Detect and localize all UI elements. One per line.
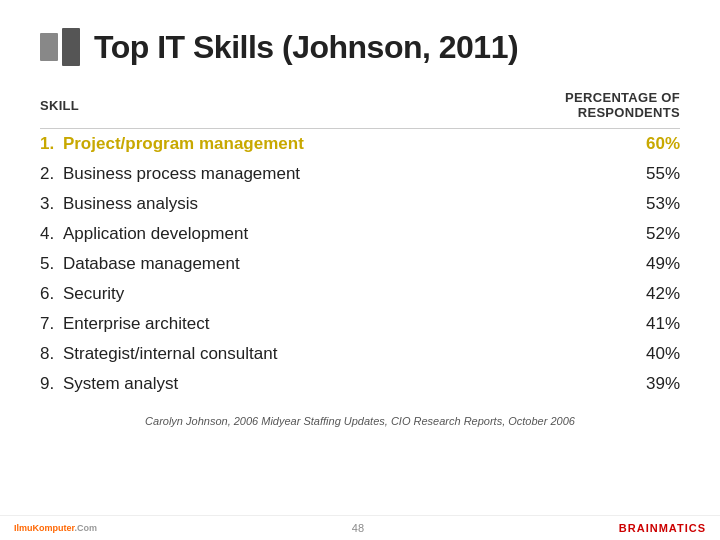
table-row: 8. Strategist/internal consultant40% bbox=[40, 339, 680, 369]
skill-number: 6. bbox=[40, 284, 59, 303]
table-header-row: SKILL PERCENTAGE OF RESPONDENTS bbox=[40, 90, 680, 129]
skill-name-cell: 7. Enterprise architect bbox=[40, 309, 488, 339]
header-skill: SKILL bbox=[40, 90, 488, 129]
skill-percentage: 41% bbox=[488, 309, 680, 339]
skill-percentage: 42% bbox=[488, 279, 680, 309]
skill-name-cell: 3. Business analysis bbox=[40, 189, 488, 219]
title-area: Top IT Skills (Johnson, 2011) bbox=[40, 28, 680, 66]
footer-left-logo: IlmuKomputer.Com bbox=[14, 523, 97, 533]
table-row: 9. System analyst39% bbox=[40, 369, 680, 399]
table-row: 7. Enterprise architect41% bbox=[40, 309, 680, 339]
icon-bar2 bbox=[62, 28, 80, 66]
footer-brand-highlight: IlmuKomputer bbox=[14, 523, 75, 533]
skill-number: 1. bbox=[40, 134, 59, 153]
skill-label: System analyst bbox=[63, 374, 178, 393]
skill-number: 2. bbox=[40, 164, 59, 183]
skill-number: 9. bbox=[40, 374, 59, 393]
skill-label: Database management bbox=[63, 254, 240, 273]
skill-name-cell: 6. Security bbox=[40, 279, 488, 309]
title-icon bbox=[40, 28, 80, 66]
skill-name-cell: 2. Business process management bbox=[40, 159, 488, 189]
page-number: 48 bbox=[352, 522, 364, 534]
skill-name-cell: 4. Application development bbox=[40, 219, 488, 249]
table-row: 1. Project/program management60% bbox=[40, 129, 680, 160]
skill-label: Application development bbox=[63, 224, 248, 243]
skill-percentage: 53% bbox=[488, 189, 680, 219]
slide: Top IT Skills (Johnson, 2011) SKILL PERC… bbox=[0, 0, 720, 540]
skill-label: Security bbox=[63, 284, 124, 303]
table-row: 5. Database management49% bbox=[40, 249, 680, 279]
skill-label: Business analysis bbox=[63, 194, 198, 213]
skill-number: 7. bbox=[40, 314, 59, 333]
skills-table: SKILL PERCENTAGE OF RESPONDENTS 1. Proje… bbox=[40, 90, 680, 399]
skill-number: 8. bbox=[40, 344, 59, 363]
skill-percentage: 55% bbox=[488, 159, 680, 189]
footer-right-brand: BRAINMATICS bbox=[619, 522, 706, 534]
skill-number: 4. bbox=[40, 224, 59, 243]
table-row: 2. Business process management55% bbox=[40, 159, 680, 189]
skill-label: Project/program management bbox=[63, 134, 304, 153]
skill-name-cell: 8. Strategist/internal consultant bbox=[40, 339, 488, 369]
skill-percentage: 49% bbox=[488, 249, 680, 279]
skill-label: Strategist/internal consultant bbox=[63, 344, 278, 363]
header-percentage: PERCENTAGE OF RESPONDENTS bbox=[488, 90, 680, 129]
slide-title: Top IT Skills (Johnson, 2011) bbox=[94, 29, 518, 66]
skill-name-cell: 5. Database management bbox=[40, 249, 488, 279]
skill-label: Business process management bbox=[63, 164, 300, 183]
skill-percentage: 39% bbox=[488, 369, 680, 399]
skill-name-cell: 9. System analyst bbox=[40, 369, 488, 399]
skill-percentage: 40% bbox=[488, 339, 680, 369]
skill-percentage: 60% bbox=[488, 129, 680, 160]
skill-name-cell: 1. Project/program management bbox=[40, 129, 488, 160]
skill-number: 5. bbox=[40, 254, 59, 273]
skill-label: Enterprise architect bbox=[63, 314, 209, 333]
skill-number: 3. bbox=[40, 194, 59, 213]
footer-bar: IlmuKomputer.Com 48 BRAINMATICS bbox=[0, 515, 720, 540]
icon-bar1 bbox=[40, 33, 58, 61]
table-row: 6. Security42% bbox=[40, 279, 680, 309]
skill-percentage: 52% bbox=[488, 219, 680, 249]
table-row: 4. Application development52% bbox=[40, 219, 680, 249]
table-row: 3. Business analysis53% bbox=[40, 189, 680, 219]
citation: Carolyn Johnson, 2006 Midyear Staffing U… bbox=[40, 415, 680, 427]
